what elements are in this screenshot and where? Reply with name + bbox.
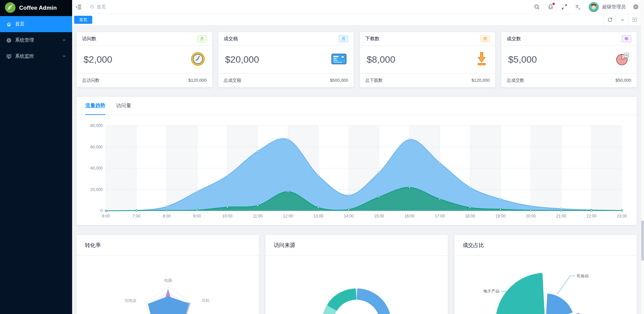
sidebar-item-label: 首页 <box>15 21 24 27</box>
traffic-trend-chart: 020,00040,00060,00080,0006:007:008:009:0… <box>77 115 637 225</box>
svg-text:17:00: 17:00 <box>435 214 445 218</box>
top-navbar: 首页 文 A 超级管理员 <box>72 0 644 14</box>
svg-text:80,000: 80,000 <box>90 123 103 128</box>
sidebar: Coffee Admin 首页 系统管理 <box>0 0 72 314</box>
stat-title: 成交额 <box>224 36 238 42</box>
logo-bar: Coffee Admin <box>0 0 72 16</box>
deal-share-pie-chart: 电子产品化妆品 <box>454 256 637 314</box>
pie-percent-icon: % <box>615 52 630 68</box>
fullscreen-icon[interactable] <box>561 4 568 10</box>
breadcrumb-label: 首页 <box>97 4 106 10</box>
svg-text:18:00: 18:00 <box>465 214 475 218</box>
breadcrumb[interactable]: 首页 <box>90 4 106 10</box>
stat-card-deals: 成交数 年 $5,000 % 总成交数 $50,000 <box>501 32 637 87</box>
svg-text:22:00: 22:00 <box>587 214 597 218</box>
user-name[interactable]: 超级管理员 <box>602 4 626 10</box>
stat-footer-label: 总成交数 <box>507 77 524 83</box>
svg-text:14:00: 14:00 <box>344 214 354 218</box>
svg-text:9:00: 9:00 <box>193 214 201 218</box>
stat-card-visits: 访问数 月 $2,000 总访问数 $120,000 <box>76 32 212 87</box>
tabs-bar: 首页 <box>72 14 644 26</box>
page-tab-home[interactable]: 首页 <box>74 16 92 24</box>
topnav-actions: 文 A 超级管理员 <box>534 2 639 12</box>
visit-source-card: 访问来源 <box>265 235 448 314</box>
sidebar-item-system-monitor[interactable]: 系统监控 <box>0 48 72 64</box>
period-badge: 月 <box>197 36 207 42</box>
svg-text:化妆品: 化妆品 <box>576 273 589 278</box>
card-title: 转化率 <box>77 235 259 256</box>
download-icon <box>475 51 488 68</box>
svg-text:23:00: 23:00 <box>617 214 627 218</box>
notification-badge <box>552 3 555 5</box>
stat-value: $8,000 <box>367 54 395 65</box>
home-icon <box>6 21 12 27</box>
spring-leaf-logo-icon <box>5 2 16 14</box>
stat-title: 访问数 <box>82 36 96 42</box>
deal-share-card: 成交占比 电子产品化妆品 <box>454 235 637 314</box>
stat-card-downloads: 下载数 周 $8,000 总下载数 $120,000 <box>360 32 495 87</box>
clock-icon <box>191 52 205 68</box>
breadcrumb-home-icon <box>90 4 95 10</box>
refresh-icon[interactable] <box>603 14 616 25</box>
stat-footer-value: $50,000 <box>615 78 631 83</box>
tab-visit-volume[interactable]: 访问量 <box>116 97 131 115</box>
translate-icon[interactable]: 文 A <box>575 4 582 10</box>
svg-text:8:00: 8:00 <box>163 214 171 218</box>
stat-card-turnover: 成交额 月 $20,000 总成交额 $500,000 <box>218 32 354 87</box>
main-content: 访问数 月 $2,000 总访问数 $120,000 成交额 月 $2 <box>72 26 644 314</box>
svg-text:7:00: 7:00 <box>132 214 141 218</box>
stat-title: 下载数 <box>365 36 379 42</box>
stat-value: $20,000 <box>225 54 259 65</box>
conversion-rate-card: 转化率 电脑充电器耳机 <box>76 235 259 314</box>
visit-source-donut-chart <box>266 256 448 314</box>
stat-footer-value: $120,000 <box>189 78 207 83</box>
stat-value: $5,000 <box>508 54 537 65</box>
menu-fold-icon[interactable] <box>75 4 82 10</box>
svg-text:20,000: 20,000 <box>90 187 103 192</box>
card-title: 访问来源 <box>266 235 448 256</box>
period-badge: 年 <box>622 36 631 42</box>
period-badge: 周 <box>480 36 490 42</box>
sidebar-item-label: 系统监控 <box>15 53 34 59</box>
svg-text:A: A <box>579 7 581 10</box>
notification-bell-icon[interactable] <box>547 4 554 10</box>
search-icon[interactable] <box>534 4 540 10</box>
svg-text:19:00: 19:00 <box>495 214 505 218</box>
stat-footer-label: 总成交额 <box>224 77 241 83</box>
app-title: Coffee Admin <box>19 5 57 11</box>
svg-text:10:00: 10:00 <box>222 214 232 218</box>
chevron-down-icon[interactable] <box>616 14 628 25</box>
settings-gear-icon[interactable] <box>633 4 639 10</box>
scrollbar-thumb[interactable] <box>641 221 644 261</box>
svg-text:%: % <box>625 54 628 57</box>
chevron-down-icon <box>62 54 66 59</box>
svg-text:16:00: 16:00 <box>405 214 415 218</box>
svg-text:0: 0 <box>100 208 103 213</box>
stat-value: $2,000 <box>84 54 112 65</box>
scrollbar-track <box>641 0 644 314</box>
avatar[interactable] <box>589 2 599 12</box>
svg-text:11:00: 11:00 <box>253 214 263 218</box>
svg-text:20:00: 20:00 <box>526 214 536 218</box>
svg-text:耳机: 耳机 <box>202 298 210 303</box>
tab-traffic-trend[interactable]: 流量趋势 <box>85 97 105 115</box>
svg-text:13:00: 13:00 <box>313 214 323 218</box>
conversion-radar-chart: 电脑充电器耳机 <box>77 256 259 314</box>
svg-text:6:00: 6:00 <box>102 214 110 218</box>
sidebar-menu: 首页 系统管理 系统监控 <box>0 16 72 64</box>
svg-text:60,000: 60,000 <box>90 145 103 149</box>
sidebar-item-system-management[interactable]: 系统管理 <box>0 32 72 48</box>
svg-text:15:00: 15:00 <box>374 214 384 218</box>
stat-footer-label: 总访问数 <box>82 77 100 83</box>
stat-footer-value: $120,000 <box>472 78 490 83</box>
bank-card-icon <box>331 53 347 66</box>
gear-icon <box>6 38 12 43</box>
svg-text:电脑: 电脑 <box>164 278 172 283</box>
sidebar-item-label: 系统管理 <box>15 37 34 43</box>
sidebar-item-home[interactable]: 首页 <box>0 16 72 32</box>
maximize-icon[interactable] <box>628 14 641 25</box>
stat-footer-value: $500,000 <box>330 78 348 83</box>
svg-text:21:00: 21:00 <box>556 214 566 218</box>
svg-text:充电器: 充电器 <box>124 298 137 303</box>
tab-controls <box>603 14 641 25</box>
